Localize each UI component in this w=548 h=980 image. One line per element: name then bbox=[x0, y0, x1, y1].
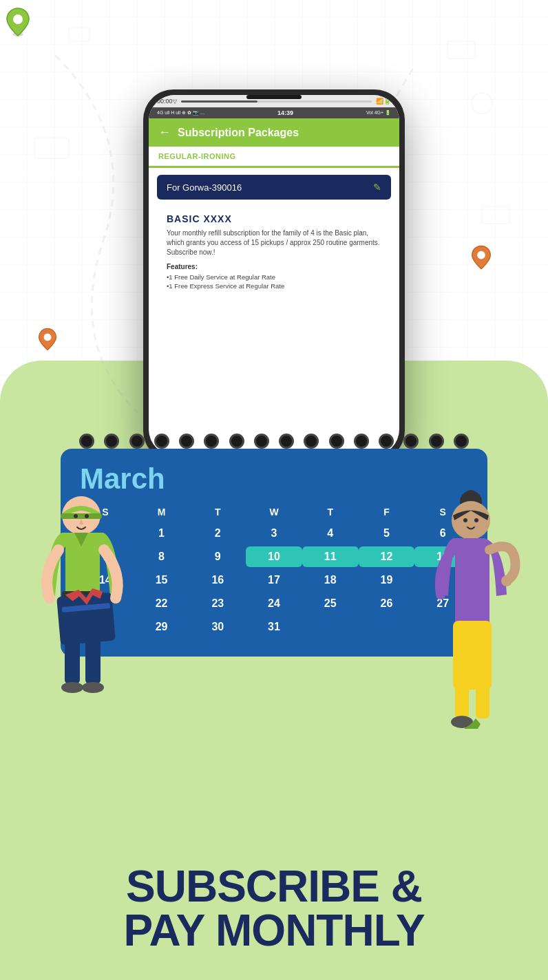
svg-point-29 bbox=[501, 575, 512, 586]
location-pin-left-mid bbox=[38, 327, 57, 352]
svg-point-22 bbox=[452, 501, 490, 540]
svg-point-8 bbox=[44, 333, 52, 341]
feature-1: •1 Free Daily Service at Regular Rate bbox=[167, 273, 381, 281]
cal-day-31[interactable]: 31 bbox=[246, 617, 302, 637]
cal-day-2[interactable]: 2 bbox=[189, 523, 246, 544]
package-description: Your monthly refill subscription for the… bbox=[167, 228, 381, 257]
svg-point-11 bbox=[74, 514, 78, 518]
package-title: BASIC XXXX bbox=[167, 213, 381, 224]
cal-day-8[interactable]: 8 bbox=[134, 546, 190, 567]
record-time: 00:00 bbox=[157, 98, 173, 105]
cal-day-18[interactable]: 18 bbox=[302, 570, 359, 590]
cal-day-16[interactable]: 16 bbox=[189, 570, 246, 590]
cal-day-25[interactable]: 25 bbox=[302, 593, 359, 614]
day-header-t1: T bbox=[189, 504, 246, 520]
cal-day-23[interactable]: 23 bbox=[189, 593, 246, 614]
regular-ironing-tab[interactable]: REGULAR-IRONING bbox=[149, 147, 399, 168]
cal-day-17[interactable]: 17 bbox=[246, 570, 302, 590]
day-header-t2: T bbox=[302, 504, 359, 520]
feature-2: •1 Free Express Service at Regular Rate bbox=[167, 282, 381, 290]
location-card: For Gorwa-390016 ✎ bbox=[157, 175, 391, 200]
svg-point-24 bbox=[474, 518, 478, 522]
svg-point-6 bbox=[13, 14, 23, 24]
location-text: For Gorwa-390016 bbox=[167, 182, 242, 193]
cta-line2: PAY MONTHLY bbox=[67, 908, 481, 952]
cal-day-1[interactable]: 1 bbox=[134, 523, 190, 544]
spiral-binding bbox=[61, 434, 487, 449]
cal-day-11[interactable]: 11 bbox=[302, 546, 359, 567]
app-header: ← Subscription Packages bbox=[149, 118, 399, 147]
svg-point-17 bbox=[82, 682, 104, 693]
svg-point-7 bbox=[477, 251, 485, 259]
edit-icon[interactable]: ✎ bbox=[373, 182, 381, 193]
location-pin-right bbox=[471, 244, 492, 270]
cal-day-10[interactable]: 10 bbox=[246, 546, 302, 567]
svg-rect-26 bbox=[455, 670, 469, 718]
cal-day-29[interactable]: 29 bbox=[134, 617, 190, 637]
delivery-person bbox=[21, 484, 141, 746]
cal-day-4[interactable]: 4 bbox=[302, 523, 359, 544]
cta-line1: SUBSCRIBE & bbox=[67, 864, 481, 908]
svg-point-16 bbox=[61, 682, 83, 693]
cal-day-5[interactable]: 5 bbox=[359, 523, 415, 544]
cal-day-15[interactable]: 15 bbox=[134, 570, 190, 590]
cal-day-30[interactable]: 30 bbox=[189, 617, 246, 637]
back-button[interactable]: ← bbox=[158, 125, 171, 140]
day-header-f: F bbox=[359, 504, 415, 520]
cal-empty-5a bbox=[302, 617, 359, 637]
day-header-w: W bbox=[246, 504, 302, 520]
svg-rect-10 bbox=[61, 513, 102, 519]
svg-point-12 bbox=[85, 514, 89, 518]
cal-day-24[interactable]: 24 bbox=[246, 593, 302, 614]
network-info: 4G ull H ull ⊕ ✿ 📷 ... bbox=[157, 110, 204, 116]
cal-day-22[interactable]: 22 bbox=[134, 593, 190, 614]
cal-day-3[interactable]: 3 bbox=[246, 523, 302, 544]
cal-day-9[interactable]: 9 bbox=[189, 546, 246, 567]
clock: 14:39 bbox=[277, 109, 293, 116]
cal-day-19[interactable]: 19 bbox=[359, 570, 415, 590]
location-pin-topleft bbox=[6, 7, 30, 37]
cal-empty-5b bbox=[359, 617, 415, 637]
phone-screen: 00:00 ▽ 📶 🔋 4G ull H ull ⊕ ✿ 📷 ... 14:39… bbox=[149, 95, 399, 456]
phone-mockup: 00:00 ▽ 📶 🔋 4G ull H ull ⊕ ✿ 📷 ... 14:39… bbox=[143, 89, 405, 461]
package-card: BASIC XXXX Your monthly refill subscript… bbox=[157, 206, 391, 298]
svg-rect-27 bbox=[476, 670, 489, 718]
cta-section: SUBSCRIBE & PAY MONTHLY bbox=[67, 864, 481, 952]
cal-day-26[interactable]: 26 bbox=[359, 593, 415, 614]
status-icons: Vol 4G+ 🔋 bbox=[366, 110, 391, 116]
app-title: Subscription Packages bbox=[178, 127, 299, 139]
android-status-bar: 4G ull H ull ⊕ ✿ 📷 ... 14:39 Vol 4G+ 🔋 bbox=[149, 107, 399, 118]
cal-day-12[interactable]: 12 bbox=[359, 546, 415, 567]
svg-point-23 bbox=[463, 518, 467, 522]
woman-figure bbox=[410, 484, 527, 746]
day-header-m: M bbox=[134, 504, 190, 520]
features-label: Features: bbox=[167, 263, 381, 270]
phone-outer: 00:00 ▽ 📶 🔋 4G ull H ull ⊕ ✿ 📷 ... 14:39… bbox=[143, 89, 405, 461]
